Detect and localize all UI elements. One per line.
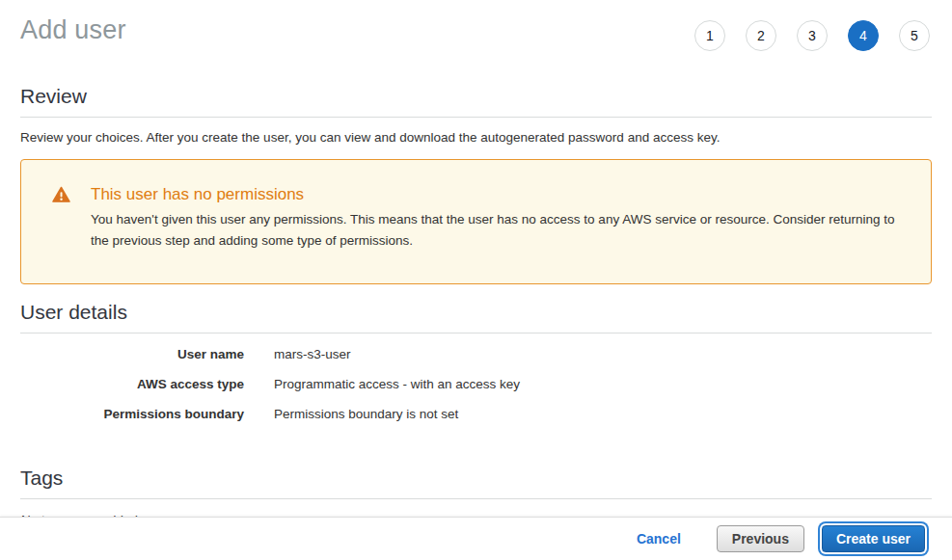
step-indicator-4-active: 4	[848, 20, 879, 51]
user-details-list: User name mars-s3-user AWS access type P…	[20, 339, 932, 429]
detail-row-permissions-boundary: Permissions boundary Permissions boundar…	[20, 399, 932, 429]
detail-value: Programmatic access - with an access key	[274, 377, 520, 391]
no-permissions-warning-box: This user has no permissions You haven't…	[20, 159, 932, 284]
user-details-section-heading: User details	[20, 301, 932, 333]
detail-label: Permissions boundary	[20, 407, 244, 421]
wizard-header: Add user 1 2 3 4 5	[0, 0, 952, 67]
wizard-footer: Cancel Previous Create user	[0, 517, 952, 560]
previous-button[interactable]: Previous	[717, 525, 804, 552]
step-indicator-5: 5	[899, 20, 930, 51]
step-indicator-3: 3	[797, 20, 828, 51]
review-section-heading: Review	[20, 85, 932, 118]
warning-text-block: This user has no permissions You haven't…	[91, 185, 911, 248]
detail-value: mars-s3-user	[274, 347, 351, 361]
detail-label: User name	[20, 347, 244, 361]
warning-triangle-icon	[52, 185, 91, 248]
warning-body: You haven't given this user any permissi…	[91, 209, 911, 252]
review-description: Review your choices. After you create th…	[20, 130, 932, 145]
detail-row-user-name: User name mars-s3-user	[20, 339, 932, 369]
step-indicator-2: 2	[746, 20, 776, 51]
step-indicator-1: 1	[694, 20, 725, 51]
tags-section-heading: Tags	[20, 467, 932, 499]
detail-row-access-type: AWS access type Programmatic access - wi…	[20, 369, 932, 399]
cancel-link[interactable]: Cancel	[637, 531, 681, 547]
main-content: Review Review your choices. After you cr…	[0, 85, 952, 527]
detail-value: Permissions boundary is not set	[274, 407, 458, 421]
create-user-button[interactable]: Create user	[822, 525, 925, 552]
page-title: Add user	[20, 15, 126, 45]
wizard-step-indicator: 1 2 3 4 5	[694, 20, 930, 51]
detail-label: AWS access type	[20, 377, 244, 391]
warning-title: This user has no permissions	[91, 185, 911, 204]
